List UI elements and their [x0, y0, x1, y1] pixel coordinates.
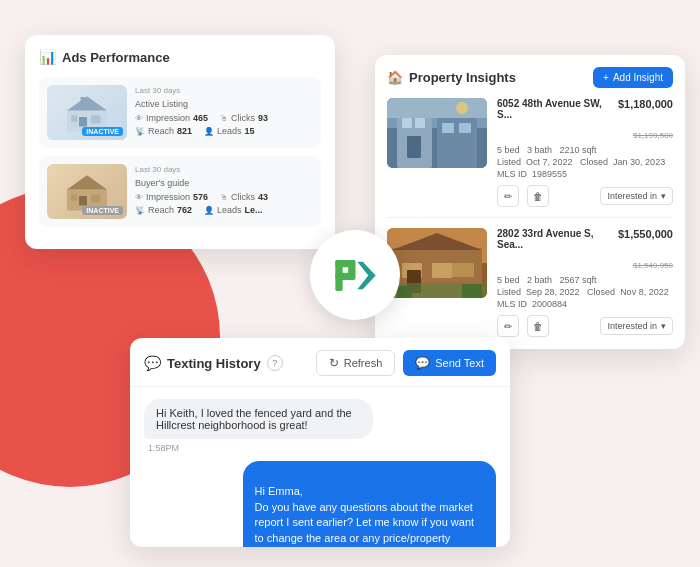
ads-days-2: Last 30 days — [135, 165, 313, 174]
texting-history-card: 💬 Texting History ? ↻ Refresh 💬 Send Tex… — [130, 338, 510, 547]
svg-rect-37 — [348, 259, 355, 279]
ads-label-2: Buyer's guide — [135, 178, 313, 188]
ads-badge-2: INACTIVE — [82, 206, 123, 215]
ads-days-1: Last 30 days — [135, 86, 313, 95]
add-insight-label: Add Insight — [613, 72, 663, 83]
leads-label-1: Leads — [217, 126, 242, 136]
svg-rect-5 — [81, 97, 85, 105]
property-specs-2: 5 bed 2 bath 2567 sqft — [497, 275, 673, 285]
message-text-2: Hi Emma, Do you have any questions about… — [255, 485, 475, 547]
ads-performance-card: 📊 Ads Performance INACTIVE Last 30 days … — [25, 35, 335, 249]
delete-icon-1[interactable]: 🗑 — [527, 185, 549, 207]
property-listing-1: 6052 48th Avenue SW, S... $1,180,000 $1,… — [387, 98, 673, 218]
svg-rect-33 — [462, 284, 482, 298]
plus-icon: + — [603, 72, 609, 83]
svg-rect-10 — [71, 194, 77, 200]
edit-icon-2[interactable]: ✏ — [497, 315, 519, 337]
clicks-label-2: Clicks — [231, 192, 255, 202]
svg-marker-7 — [67, 175, 107, 189]
clicks-icon-2: 🖱 — [220, 193, 228, 202]
ads-metrics-row1-2: 👁 Impression 576 🖱 Clicks 43 — [135, 192, 313, 202]
svg-marker-38 — [357, 261, 375, 289]
property-title-wrap: 🏠 Property Insights — [387, 70, 516, 85]
ads-card-header: 📊 Ads Performance — [39, 49, 321, 65]
property-old-price-1: $1,199,500 — [633, 131, 673, 140]
property-price-2: $1,550,000 — [618, 228, 673, 240]
texting-title-wrap: 💬 Texting History ? — [144, 355, 283, 371]
clicks-label-1: Clicks — [231, 113, 255, 123]
reach-metric-1: 📡 Reach 821 — [135, 126, 192, 136]
message-received-1: Hi Keith, I loved the fenced yard and th… — [144, 399, 373, 439]
clicks-metric-2: 🖱 Clicks 43 — [220, 192, 268, 202]
svg-rect-3 — [91, 115, 101, 123]
refresh-button[interactable]: ↻ Refresh — [316, 350, 396, 376]
interested-dropdown-1[interactable]: Interested in ▾ — [600, 187, 673, 205]
pipeline-logo — [328, 248, 383, 303]
property-image-2 — [387, 228, 487, 298]
send-text-button[interactable]: 💬 Send Text — [403, 350, 496, 376]
property-action-icons-2: ✏ 🗑 — [497, 315, 549, 337]
impression-metric-2: 👁 Impression 576 — [135, 192, 208, 202]
svg-rect-30 — [452, 263, 474, 277]
messages-container: Hi Keith, I loved the fenced yard and th… — [130, 387, 510, 547]
svg-rect-16 — [415, 118, 425, 128]
send-icon: 💬 — [415, 356, 430, 370]
svg-rect-2 — [79, 117, 87, 127]
reach-label-2: Reach — [148, 205, 174, 215]
ads-listing-label-1: Active Listing — [135, 99, 188, 109]
leads-value-2: Le... — [245, 205, 263, 215]
interested-label-1: Interested in — [607, 191, 657, 201]
chevron-down-icon-2: ▾ — [661, 321, 666, 331]
add-insight-button[interactable]: + Add Insight — [593, 67, 673, 88]
refresh-icon: ↻ — [329, 356, 339, 370]
logo-circle — [310, 230, 400, 320]
impression-value-2: 576 — [193, 192, 208, 202]
property-mls-1: MLS ID 1989555 — [497, 169, 673, 179]
leads-metric-2: 👤 Leads Le... — [204, 205, 263, 215]
message-sent-1: Hi Emma, Do you have any questions about… — [243, 461, 496, 547]
property-dates-2: Listed Sep 28, 2022 Closed Nov 8, 2022 — [497, 287, 673, 297]
property-listing-2: 2802 33rd Avenue S, Sea... $1,550,000 $1… — [387, 228, 673, 337]
help-icon[interactable]: ? — [267, 355, 283, 371]
property-address-1: 6052 48th Avenue SW, S... — [497, 98, 618, 120]
message-text-1: Hi Keith, I loved the fenced yard and th… — [156, 407, 352, 431]
svg-rect-28 — [432, 263, 452, 278]
property-actions-1: ✏ 🗑 Interested in ▾ — [497, 185, 673, 207]
impression-label-2: Impression — [146, 192, 190, 202]
svg-marker-1 — [67, 96, 107, 110]
clicks-icon-1: 🖱 — [220, 114, 228, 123]
edit-icon-1[interactable]: ✏ — [497, 185, 519, 207]
property-address-2: 2802 33rd Avenue S, Sea... — [497, 228, 618, 250]
svg-rect-19 — [407, 136, 421, 158]
interested-dropdown-2[interactable]: Interested in ▾ — [600, 317, 673, 335]
leads-value-1: 15 — [245, 126, 255, 136]
ads-listing-image-2: INACTIVE — [47, 164, 127, 219]
ads-listing-image-1: INACTIVE — [47, 85, 127, 140]
texting-header: 💬 Texting History ? ↻ Refresh 💬 Send Tex… — [130, 338, 510, 387]
ads-metrics-row2-1: 📡 Reach 821 👤 Leads 15 — [135, 126, 313, 136]
impression-label-1: Impression — [146, 113, 190, 123]
send-text-label: Send Text — [435, 357, 484, 369]
delete-icon-2[interactable]: 🗑 — [527, 315, 549, 337]
leads-icon-1: 👤 — [204, 127, 214, 136]
ads-metrics-row2-2: 📡 Reach 762 👤 Leads Le... — [135, 205, 313, 215]
ads-listing-label-2: Buyer's guide — [135, 178, 189, 188]
ads-metrics-row1-1: 👁 Impression 465 🖱 Clicks 93 — [135, 113, 313, 123]
impression-icon-2: 👁 — [135, 193, 143, 202]
leads-metric-1: 👤 Leads 15 — [204, 126, 255, 136]
leads-label-2: Leads — [217, 205, 242, 215]
reach-icon-2: 📡 — [135, 206, 145, 215]
reach-label-1: Reach — [148, 126, 174, 136]
property-action-icons-1: ✏ 🗑 — [497, 185, 549, 207]
interested-label-2: Interested in — [607, 321, 657, 331]
property-detail-1: 6052 48th Avenue SW, S... $1,180,000 $1,… — [497, 98, 673, 207]
leads-icon-2: 👤 — [204, 206, 214, 215]
svg-rect-18 — [459, 123, 471, 133]
ads-listing-1: INACTIVE Last 30 days Active Listing 👁 I… — [39, 77, 321, 148]
ads-badge-1: INACTIVE — [82, 127, 123, 136]
property-insights-card: 🏠 Property Insights + Add Insight — [375, 55, 685, 349]
chat-icon: 💬 — [144, 355, 161, 371]
property-old-price-2: $1,549,950 — [633, 261, 673, 270]
property-icon: 🏠 — [387, 70, 403, 85]
ads-label-1: Active Listing — [135, 99, 313, 109]
